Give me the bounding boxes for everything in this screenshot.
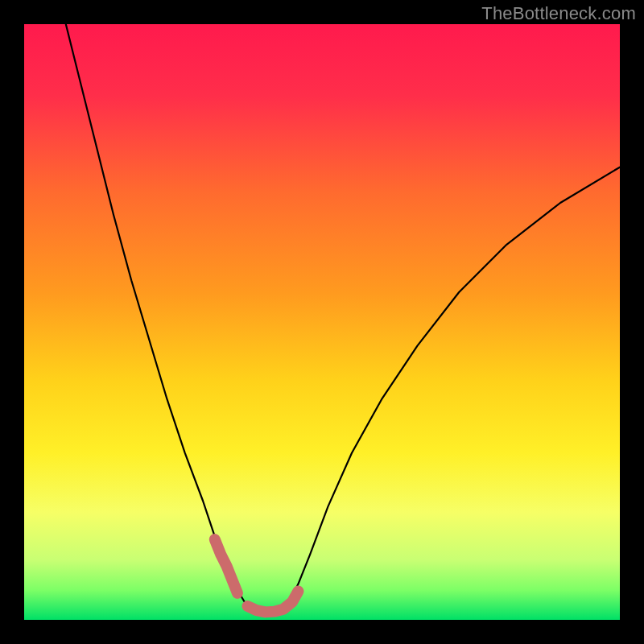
- plot-area: [24, 24, 620, 620]
- bottleneck-chart-svg: [24, 24, 620, 620]
- chart-frame: TheBottleneck.com: [0, 0, 644, 644]
- gradient-background: [24, 24, 620, 620]
- watermark-text: TheBottleneck.com: [481, 3, 636, 24]
